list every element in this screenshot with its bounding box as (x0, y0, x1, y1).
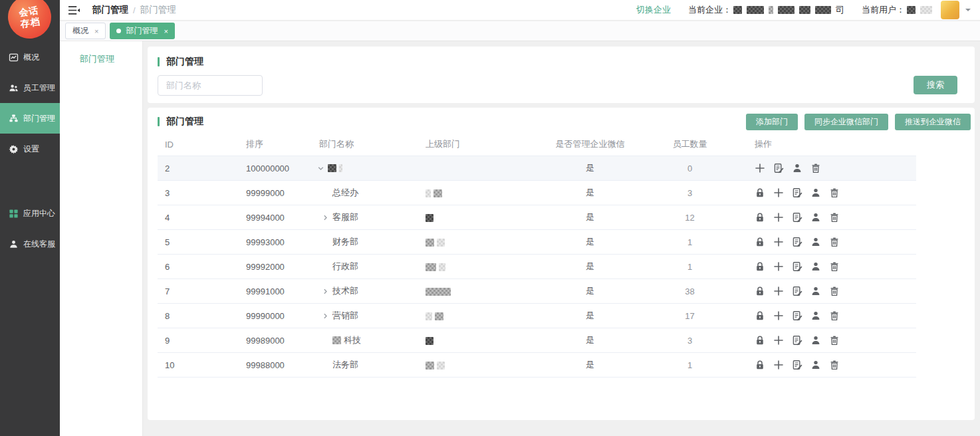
edit-icon[interactable] (792, 286, 802, 296)
user-icon[interactable] (810, 261, 821, 272)
tab-close-icon[interactable]: × (94, 27, 98, 35)
collapse-menu-icon[interactable] (68, 5, 80, 15)
caret-right-icon[interactable] (322, 214, 329, 221)
edit-icon[interactable] (792, 335, 802, 346)
user-menu-caret-icon[interactable] (965, 9, 971, 14)
sidebar-spacer (0, 164, 60, 198)
table-row: 799991000技术部是38 (158, 279, 916, 304)
cell-id: 5 (158, 237, 239, 247)
search-button[interactable]: 搜索 (914, 76, 957, 94)
delete-icon[interactable] (810, 163, 821, 173)
department-name: 法务部 (332, 359, 358, 371)
edit-icon[interactable] (792, 187, 802, 198)
redacted-text (426, 288, 451, 296)
user-icon[interactable] (810, 237, 821, 247)
departments-table: ID 排序 部门名称 上级部门 是否管理企业微信 员工数量 操作 2100000… (158, 133, 916, 378)
user-icon[interactable] (792, 163, 802, 173)
breadcrumb-child[interactable]: 部门管理 (140, 4, 176, 16)
breadcrumb-current[interactable]: 部门管理 (92, 4, 128, 16)
app-logo[interactable]: 会话 存档 (5, 0, 54, 41)
redacted-text (437, 239, 445, 247)
panel-title-text: 部门管理 (166, 56, 203, 68)
plus-icon[interactable] (773, 360, 784, 370)
row-actions (725, 261, 916, 272)
edit-icon[interactable] (792, 310, 802, 321)
caret-right-icon[interactable] (322, 288, 329, 295)
delete-icon[interactable] (829, 286, 840, 296)
title-accent-bar (158, 117, 160, 126)
delete-icon[interactable] (829, 212, 840, 223)
user-icon[interactable] (810, 360, 821, 370)
user-icon[interactable] (810, 187, 821, 198)
sidebar-item-label: 设置 (23, 144, 39, 155)
lock-icon[interactable] (755, 286, 765, 296)
redacted-text (733, 6, 742, 14)
col-header-sort: 排序 (239, 138, 312, 150)
edit-icon[interactable] (773, 163, 784, 173)
edit-icon[interactable] (792, 360, 802, 370)
delete-icon[interactable] (829, 360, 840, 370)
delete-icon[interactable] (829, 335, 840, 346)
user-icon[interactable] (810, 212, 821, 223)
plus-icon[interactable] (773, 237, 784, 247)
lock-icon[interactable] (755, 310, 765, 321)
tab-overview[interactable]: 概况 × (65, 23, 106, 39)
lock-icon[interactable] (755, 261, 765, 272)
department-name-input[interactable] (158, 75, 263, 96)
current-company: 当前企业： 司 (688, 4, 844, 16)
current-user[interactable]: 当前用户： (862, 1, 971, 19)
plus-icon[interactable] (773, 261, 784, 272)
caret-down-icon[interactable] (317, 165, 324, 172)
cell-wecom-managed: 是 (525, 261, 655, 272)
delete-icon[interactable] (829, 237, 840, 247)
caret-right-icon[interactable] (322, 312, 329, 320)
tab-department-management[interactable]: 部门管理 × (110, 23, 174, 39)
user-icon[interactable] (810, 286, 821, 296)
sync-wecom-departments-button[interactable]: 同步企业微信部门 (804, 114, 888, 130)
table-row: 499994000客服部是12 (158, 205, 916, 230)
cell-employee-count: 1 (655, 237, 725, 247)
sidebar-item-support[interactable]: 在线客服 (0, 229, 60, 259)
parent-department (418, 188, 525, 198)
edit-icon[interactable] (792, 212, 802, 223)
plus-icon[interactable] (773, 335, 784, 346)
delete-icon[interactable] (829, 261, 840, 272)
lock-icon[interactable] (755, 335, 765, 346)
sidebar-item-departments[interactable]: 部门管理 (0, 103, 60, 134)
cell-wecom-managed: 是 (525, 187, 655, 199)
cell-employee-count: 3 (655, 336, 725, 346)
user-icon[interactable] (810, 310, 821, 321)
push-to-wecom-button[interactable]: 推送到企业微信 (895, 114, 971, 130)
switch-company-link[interactable]: 切换企业 (636, 4, 671, 16)
lock-icon[interactable] (755, 360, 765, 370)
user-avatar[interactable] (941, 1, 959, 19)
sidebar-item-settings[interactable]: 设置 (0, 134, 60, 164)
lock-icon[interactable] (755, 212, 765, 223)
tab-close-icon[interactable]: × (164, 27, 168, 35)
row-actions (725, 237, 916, 247)
plus-icon[interactable] (773, 187, 784, 198)
sidebar-item-overview[interactable]: 概况 (0, 42, 60, 72)
row-actions (725, 310, 916, 321)
edit-icon[interactable] (792, 261, 802, 272)
delete-icon[interactable] (829, 310, 840, 321)
cell-id: 4 (158, 213, 239, 223)
row-actions (725, 163, 916, 173)
plus-icon[interactable] (755, 163, 765, 173)
add-department-button[interactable]: 添加部门 (746, 114, 798, 130)
plus-icon[interactable] (773, 212, 784, 223)
user-icon[interactable] (810, 335, 821, 346)
sidebar-item-apps[interactable]: 应用中心 (0, 198, 60, 229)
delete-icon[interactable] (829, 187, 840, 198)
lock-icon[interactable] (755, 187, 765, 198)
subsidebar-item-department-management[interactable]: 部门管理 (60, 41, 142, 65)
redacted-text (778, 6, 795, 14)
sidebar-item-employees[interactable]: 员工管理 (0, 72, 60, 103)
edit-icon[interactable] (792, 237, 802, 247)
lock-icon[interactable] (755, 237, 765, 247)
plus-icon[interactable] (773, 310, 784, 321)
plus-icon[interactable] (773, 286, 784, 296)
tab-label: 概况 (72, 25, 88, 37)
redacted-text (815, 6, 831, 14)
table-row: 899990000营销部是17 (158, 304, 916, 328)
